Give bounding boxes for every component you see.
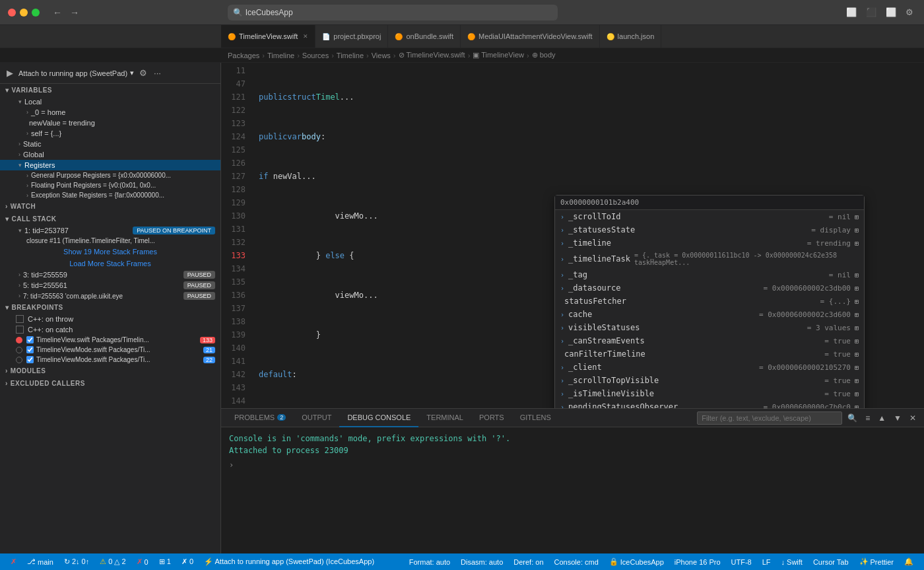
- panel-wrap-icon[interactable]: ≡: [863, 412, 873, 424]
- ac-item-statusfetcher[interactable]: statusFetcher = {...} ⊞: [555, 295, 864, 308]
- status-console[interactable]: Console: cmd: [549, 553, 604, 570]
- ac-item-scrolltoid[interactable]: › _scrollToId = nil ⊞: [555, 210, 864, 223]
- panel-up-icon[interactable]: ▲: [875, 412, 888, 424]
- modules-section[interactable]: › MODULES: [0, 365, 220, 377]
- tab-mediaui[interactable]: 🟠 MediaUIAttachmentVideoView.swift: [461, 25, 600, 48]
- forward-button[interactable]: →: [67, 6, 82, 19]
- bp-viewmodel-2[interactable]: TimelineViewMode.swift Packages/Ti... 22: [0, 355, 220, 365]
- tab-close-timeline[interactable]: ✕: [303, 33, 308, 40]
- more-icon[interactable]: ···: [152, 67, 162, 79]
- callstack-section[interactable]: ▾ CALL STACK: [0, 213, 220, 225]
- status-prettier[interactable]: ✨ Prettier: [854, 553, 899, 570]
- tab-ports[interactable]: PORTS: [471, 409, 512, 427]
- search-input[interactable]: [246, 8, 552, 17]
- reg-fp[interactable]: › Floating Point Registers = {v0:(0x01, …: [0, 180, 220, 190]
- status-tasks[interactable]: ⊞ 1: [154, 553, 176, 570]
- load-more-frames-button[interactable]: Load More Stack Frames: [0, 258, 220, 269]
- status-deref[interactable]: Deref: on: [508, 553, 548, 570]
- variables-section[interactable]: ▾ VARIABLES: [0, 84, 220, 96]
- settings-gear-icon[interactable]: ⚙: [138, 67, 148, 79]
- ac-item-cache[interactable]: › cache = 0x00006000002c3d600 ⊞: [555, 308, 864, 321]
- panel-toggle-icon[interactable]: ⬛: [863, 6, 879, 18]
- back-button[interactable]: ←: [50, 6, 65, 19]
- bp-viewmodel2-checkbox[interactable]: [26, 356, 34, 363]
- bp-viewmodel1-checkbox[interactable]: [26, 346, 34, 353]
- status-build-errors[interactable]: ✗ 0: [176, 553, 199, 570]
- panel-filter-input[interactable]: [697, 411, 842, 425]
- bp-catch-checkbox[interactable]: [16, 326, 24, 334]
- tab-timeline-view[interactable]: 🟠 TimelineView.swift ✕: [221, 25, 315, 48]
- bp-timeline-checkbox[interactable]: [26, 336, 34, 343]
- sidebar-toggle-icon[interactable]: ⬜: [843, 6, 859, 18]
- closure-item[interactable]: closure #11 (Timeline.TimelineFilter, Ti…: [0, 236, 220, 246]
- var-zero[interactable]: › _0 = home: [0, 107, 220, 118]
- status-eol[interactable]: LF: [757, 553, 776, 570]
- bp-on-catch[interactable]: C++: on catch: [0, 324, 220, 335]
- ac-item-client[interactable]: › _client = 0x00000600002105270 ⊞: [555, 361, 864, 374]
- status-cursor-tab[interactable]: Cursor Tab: [808, 553, 854, 570]
- show-more-frames-button[interactable]: Show 19 More Stack Frames: [0, 246, 220, 258]
- panel-search-icon[interactable]: 🔍: [845, 412, 860, 424]
- tab-onbundle[interactable]: 🟠 onBundle.swift: [388, 25, 461, 48]
- thread-5[interactable]: › 5: tid=255561 PAUSED: [0, 280, 220, 291]
- panel-down-icon[interactable]: ▼: [891, 412, 904, 424]
- status-language[interactable]: ↓ Swift: [776, 553, 808, 570]
- var-self[interactable]: › self = {...}: [0, 128, 220, 139]
- status-errors[interactable]: ✗ 0: [131, 553, 154, 570]
- run-icon[interactable]: ▶: [5, 67, 15, 79]
- local-group[interactable]: ▾ Local: [0, 96, 220, 107]
- code-editor[interactable]: 11 47 121 122 123 124 125 126 127 128 12…: [221, 63, 924, 408]
- breakpoints-section[interactable]: ▾ BREAKPOINTS: [0, 301, 220, 314]
- ac-item-datasource[interactable]: › _datasource = 0x0000600002c3db00 ⊞: [555, 281, 864, 295]
- tab-problems[interactable]: PROBLEMS 2: [226, 409, 294, 427]
- attach-button[interactable]: Attach to running app (SweetPad) ▾: [18, 69, 134, 77]
- status-format[interactable]: Format: auto: [404, 553, 455, 570]
- bp-viewmodel-1[interactable]: TimelineViewMode.swift Packages/Ti... 21: [0, 345, 220, 355]
- ac-item-visiblestatuses[interactable]: › visibleStatuses = 3 values ⊞: [555, 321, 864, 334]
- split-editor-icon[interactable]: ⬜: [883, 6, 899, 18]
- reg-exc[interactable]: › Exception State Registers = {far:0x000…: [0, 190, 220, 200]
- status-warnings[interactable]: ⚠ 0 △ 2: [94, 553, 131, 570]
- ac-item-canstreamevents[interactable]: › _canStreamEvents = true ⊞: [555, 334, 864, 347]
- status-device[interactable]: iPhone 16 Pro: [669, 553, 726, 570]
- ac-item-tag[interactable]: › _tag = nil ⊞: [555, 268, 864, 281]
- bp-throw-checkbox[interactable]: [16, 315, 24, 323]
- ac-item-canfilter[interactable]: canFilterTimeline = true ⊞: [555, 347, 864, 361]
- close-button[interactable]: [8, 9, 16, 17]
- thread-1[interactable]: ▾ 1: tid=253787 PAUSED ON BREAKPOINT: [0, 225, 220, 236]
- reg-gp[interactable]: › General Purpose Registers = {x0:0x0000…: [0, 170, 220, 180]
- bp-on-throw[interactable]: C++: on throw: [0, 314, 220, 324]
- global-group[interactable]: › Global: [0, 149, 220, 160]
- tab-gitlens[interactable]: GITLENS: [512, 409, 559, 427]
- registers-group[interactable]: ▾ Registers: [0, 160, 220, 170]
- tab-terminal[interactable]: TERMINAL: [418, 409, 471, 427]
- status-app-name[interactable]: 🔒 IceCubesApp: [604, 553, 669, 570]
- autocomplete-popup[interactable]: 0x0000000101b2a400 › _scrollToId = nil ⊞…: [554, 195, 865, 408]
- status-attach-running[interactable]: ⚡ Attach to running app (SweetPad) (IceC…: [199, 553, 380, 570]
- status-disasm[interactable]: Disasm: auto: [455, 553, 508, 570]
- ac-item-istimelinevisible[interactable]: › _isTimelineVisible = true ⊞: [555, 387, 864, 400]
- bp-timeline-view[interactable]: TimelineView.swift Packages/Timelin... 1…: [0, 335, 220, 345]
- fullscreen-button[interactable]: [32, 9, 40, 17]
- status-branch[interactable]: ⎇ main: [22, 553, 59, 570]
- excluded-callers-section[interactable]: › EXCLUDED CALLERS: [0, 377, 220, 390]
- tab-output[interactable]: OUTPUT: [294, 409, 339, 427]
- status-bell[interactable]: 🔔: [899, 553, 919, 570]
- thread-7[interactable]: › 7: tid=255563 'com.apple.uikit.eye PAU…: [0, 291, 220, 301]
- tab-pbxproj[interactable]: 📄 project.pbxproj: [315, 25, 388, 48]
- ac-item-statusstate[interactable]: › _statusesState = display ⊞: [555, 223, 864, 236]
- minimize-button[interactable]: [20, 9, 28, 17]
- status-sync[interactable]: ↻ 2↓ 0↑: [59, 553, 94, 570]
- ac-item-timeline[interactable]: › _timeline = trending ⊞: [555, 236, 864, 250]
- settings-icon[interactable]: ⚙: [903, 6, 916, 18]
- status-encoding[interactable]: UTF-8: [726, 553, 757, 570]
- tab-launch[interactable]: 🟡 launch.json: [600, 25, 662, 48]
- status-error-icon-item[interactable]: ✗: [5, 553, 22, 570]
- ac-item-pendingobserver[interactable]: › pendingStatusesObserver = 0x0000600000…: [555, 400, 864, 408]
- ac-item-timelinetask[interactable]: › _timelineTask = {._task = 0x0000001161…: [555, 250, 864, 268]
- console-prompt-area[interactable]: ›: [229, 459, 916, 471]
- watch-section[interactable]: › WATCH: [0, 200, 220, 213]
- panel-close-icon[interactable]: ✕: [907, 412, 919, 424]
- ac-item-scrolltopvisible[interactable]: › _scrollToTopVisible = true ⊞: [555, 374, 864, 387]
- search-bar[interactable]: 🔍: [228, 5, 558, 20]
